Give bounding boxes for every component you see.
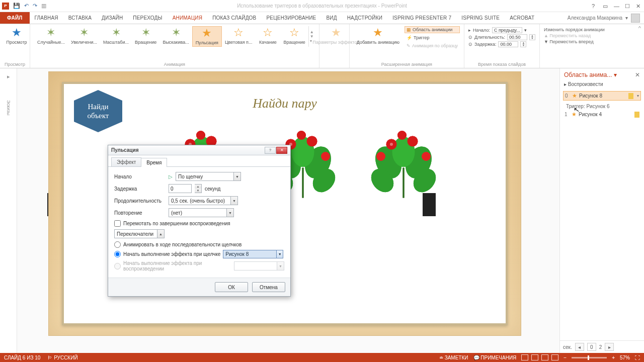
animation-pane-toggle[interactable]: ▦Область анимации	[405, 26, 460, 33]
timeline-next-icon[interactable]: ▸	[605, 343, 614, 351]
tab-animations[interactable]: АНИМАЦИЯ	[168, 12, 208, 24]
move-later[interactable]: ▼ Переместить вперед	[544, 39, 605, 44]
preview-button[interactable]: ★ Просмотр	[4, 26, 29, 46]
tab-view[interactable]: ВИД	[321, 12, 342, 24]
trigger-target-combo[interactable]: Рисунок 8▼	[223, 250, 283, 258]
titlebar: P 💾 ↶ ↷ ▥ Использование триггеров в обра…	[0, 0, 644, 12]
save-icon[interactable]: 💾	[13, 3, 20, 9]
ribbon: ★ Просмотр Просмотр ✶Случайные... ✶Увели…	[0, 24, 644, 68]
group-animation: Анимация	[34, 61, 315, 67]
dialog-help-icon[interactable]: ?	[265, 147, 276, 154]
svg-point-67	[390, 143, 393, 146]
animation-pane-footer: сек. ◂ 0 2 ▸	[560, 340, 644, 353]
zoom-slider[interactable]	[572, 357, 607, 358]
zoom-in-icon[interactable]: +	[612, 355, 615, 360]
animation-item-2[interactable]: 1★Рисунок 4	[563, 110, 641, 119]
trigger-onclick-radio[interactable]: Начать выполнение эффекта при щелчке Рис…	[114, 250, 284, 258]
group-advanced: Расширенная анимация	[354, 61, 460, 67]
animation-gallery[interactable]: ✶Случайные... ✶Увеличени... ✶Масштаби...…	[34, 26, 315, 47]
dialog-tab-timing[interactable]: Время	[141, 158, 167, 167]
redo-icon[interactable]: ↷	[33, 3, 37, 9]
reorder-title: Изменить порядок анимации	[544, 27, 605, 32]
trigger-onplay-radio: Начать выполнение эффекта при воспроизве…	[114, 260, 284, 272]
gallery-down-icon[interactable]: ▼	[310, 34, 314, 39]
svg-point-68	[408, 136, 418, 147]
svg-point-70	[376, 152, 385, 161]
tab-home[interactable]: ГЛАВНАЯ	[30, 12, 63, 24]
svg-point-69	[397, 131, 407, 140]
tab-transitions[interactable]: ПЕРЕХОДЫ	[128, 12, 167, 24]
dialog-titlebar[interactable]: Пульсация ? ✕	[108, 145, 290, 155]
start-combo[interactable]: По щелчку▼	[176, 172, 241, 181]
move-earlier[interactable]: ▲ Переместить назад	[544, 33, 605, 38]
svg-point-45	[196, 131, 205, 140]
window-title: Использование триггеров в образовательны…	[237, 3, 407, 9]
group-preview: Просмотр	[4, 61, 26, 67]
cancel-button[interactable]: Отмена	[252, 282, 285, 292]
close-icon[interactable]: ✕	[636, 3, 642, 9]
collapse-ribbon-icon[interactable]: ^	[635, 24, 644, 68]
delay-spinner[interactable]: ▲▼	[195, 184, 202, 193]
svg-point-57	[297, 131, 306, 140]
maximize-icon[interactable]: ☐	[625, 3, 631, 9]
help-icon[interactable]: ?	[592, 3, 598, 9]
tab-insert[interactable]: ВСТАВКА	[63, 12, 97, 24]
effect-options-button[interactable]: ★ Параметры эффектов	[324, 26, 349, 46]
tab-file[interactable]: ФАЙЛ	[0, 12, 30, 24]
tab-acrobat[interactable]: ACROBAT	[505, 12, 539, 24]
svg-point-59	[321, 152, 330, 161]
plant-6[interactable]	[366, 126, 441, 202]
slide-counter[interactable]: СЛАЙД 6 ИЗ 10	[4, 355, 40, 360]
trigger-button[interactable]: ⚡Триггер	[405, 34, 460, 41]
tab-slideshow[interactable]: ПОКАЗ СЛАЙДОВ	[207, 12, 261, 24]
repeat-combo[interactable]: (нет)▼	[169, 208, 234, 217]
dialog-close-icon[interactable]: ✕	[276, 147, 287, 154]
zoom-value[interactable]: 57%	[620, 355, 630, 360]
notes-button[interactable]: ≐ ЗАМЕТКИ	[439, 355, 468, 360]
timing-start[interactable]: ▸ Начало:С предыду...▾	[468, 27, 535, 33]
animation-pane: Область анима... ▾ ✕ ▸ Воспроизвести 0★Р…	[559, 68, 644, 353]
user-area[interactable]: Александра Макаркина ▾	[564, 12, 644, 24]
trigger-sequence-radio[interactable]: Анимировать в ходе последовательности ще…	[114, 241, 284, 248]
animation-painter-button[interactable]: ✎Анимация по образцу	[405, 42, 460, 49]
trigger-group-label: Триггер: Рисунок 6	[563, 102, 641, 110]
undo-icon[interactable]: ↶	[24, 3, 29, 9]
tab-review[interactable]: РЕЦЕНЗИРОВАНИЕ	[261, 12, 321, 24]
tab-ispring[interactable]: ISPRING PRESENTER 7	[387, 12, 456, 24]
zoom-out-icon[interactable]: −	[564, 355, 567, 360]
rewind-checkbox[interactable]: Перемотать по завершении воспроизведения	[114, 220, 284, 227]
animation-pane-dropdown-icon[interactable]: ▾	[614, 71, 617, 78]
duration-combo[interactable]: 0,5 сек. (очень быстро)▼	[169, 196, 238, 205]
tab-design[interactable]: ДИЗАЙН	[97, 12, 128, 24]
svg-point-71	[422, 152, 431, 161]
minimize-icon[interactable]: —	[614, 3, 620, 9]
view-mode-icons[interactable]	[521, 354, 558, 360]
effect-options-dialog: Пульсация ? ✕ Эффект Время Начало ▷ По щ…	[108, 145, 291, 297]
animation-pane-title: Область анима...	[564, 71, 612, 78]
animation-play-button[interactable]: ▸ Воспроизвести	[560, 79, 644, 89]
expand-thumbs-icon[interactable]: ▸	[7, 73, 10, 80]
timing-delay[interactable]: ⊙ Задержка:00.00▲▼	[468, 41, 535, 47]
ribbon-options-icon[interactable]: ▭	[603, 3, 609, 9]
tab-isuite[interactable]: iSpring Suite	[456, 12, 505, 24]
slide-handle-right	[423, 193, 436, 216]
tab-addins[interactable]: НАДСТРОЙКИ	[342, 12, 387, 24]
animation-pane-close-icon[interactable]: ✕	[635, 71, 640, 78]
triggers-toggle[interactable]: Переключатели▲	[114, 229, 165, 238]
timing-duration[interactable]: ⊙ Длительность:00.50▲▼	[468, 34, 535, 40]
language-indicator[interactable]: 🏳 РУССКИЙ	[47, 355, 77, 360]
user-name: Александра Макаркина	[568, 15, 622, 21]
dialog-tab-effect[interactable]: Эффект	[111, 157, 141, 166]
delay-input[interactable]: 0	[169, 184, 192, 193]
ok-button[interactable]: ОК	[215, 282, 248, 292]
add-animation-button[interactable]: ★ Добавить анимацию	[354, 26, 403, 49]
timeline-prev-icon[interactable]: ◂	[575, 343, 584, 351]
svg-point-56	[307, 136, 317, 147]
slide-title[interactable]: Найди пару	[64, 96, 506, 111]
animation-item-1[interactable]: 0★Рисунок 8▾	[563, 91, 641, 101]
fit-to-window-icon[interactable]: ⛶	[635, 355, 640, 360]
start-slideshow-icon[interactable]: ▥	[41, 3, 46, 9]
gallery-up-icon[interactable]: ▲	[310, 30, 314, 34]
slide-thumbnails[interactable]: ▸ Эскизы	[0, 68, 17, 353]
comments-button[interactable]: 💬 ПРИМЕЧАНИЯ	[473, 355, 517, 360]
